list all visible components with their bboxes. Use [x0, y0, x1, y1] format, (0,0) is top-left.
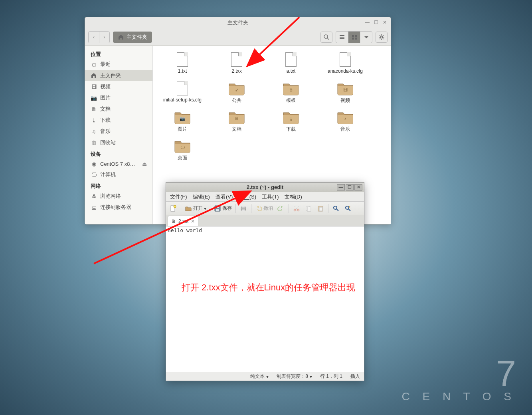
network-icon: 🖧 — [91, 193, 97, 199]
svg-point-2 — [381, 36, 383, 38]
view-grid-button[interactable] — [348, 32, 360, 43]
svg-point-12 — [174, 205, 176, 208]
file-item[interactable]: initial-setup-ks.cfg — [155, 79, 210, 107]
status-plaintext[interactable]: 纯文本▾ — [250, 373, 269, 380]
view-list-button[interactable] — [336, 32, 348, 43]
sidebar-item-recent[interactable]: ◷最近 — [85, 59, 152, 70]
folder-icon: ♪ — [336, 109, 354, 125]
file-manager-titlebar[interactable]: 主文件夹 — ☐ ✕ — [85, 17, 391, 28]
printer-icon — [240, 205, 247, 212]
search-button[interactable] — [320, 32, 332, 43]
svg-text:🗎: 🗎 — [289, 87, 293, 92]
cut-button[interactable] — [291, 203, 302, 214]
save-button[interactable]: 保存 — [212, 203, 233, 214]
file-label: 文档 — [232, 126, 241, 133]
file-item[interactable]: a.txt — [264, 50, 318, 79]
svg-text:⭳: ⭳ — [289, 116, 293, 121]
menu-file[interactable]: 文件(F) — [168, 193, 190, 201]
clock-icon: ◷ — [91, 61, 97, 68]
close-button[interactable]: ✕ — [354, 184, 362, 191]
svg-text:♪: ♪ — [344, 116, 346, 121]
sidebar-item-downloads[interactable]: ⭳下载 — [85, 115, 152, 126]
file-manager-toolbar: ‹ › 主文件夹 — [85, 28, 391, 46]
file-label: 下载 — [286, 126, 296, 133]
close-button[interactable]: ✕ — [382, 20, 388, 25]
sidebar-item-cd[interactable]: ◉CentOS 7 x8…⏏ — [85, 159, 152, 169]
sidebar-header-places: 位置 — [85, 48, 152, 59]
brand-text: C E N T O S — [401, 390, 516, 403]
sidebar-item-browse[interactable]: 🖧浏览网络 — [85, 191, 152, 202]
file-item[interactable]: 1.txt — [155, 50, 210, 79]
redo-button[interactable] — [275, 203, 287, 214]
new-file-icon — [170, 205, 177, 212]
sidebar-item-music[interactable]: ♫音乐 — [85, 126, 152, 137]
editor-content: hello world — [168, 227, 202, 233]
nav-forward-button[interactable]: › — [99, 32, 109, 43]
new-button[interactable] — [168, 203, 179, 214]
svg-line-28 — [348, 209, 350, 211]
undo-button[interactable]: 撤消 — [253, 203, 275, 214]
menu-view[interactable]: 查看(V) — [213, 193, 235, 201]
svg-rect-14 — [216, 209, 219, 211]
document-icon: 🗎 — [171, 218, 176, 224]
sidebar-item-home[interactable]: 主文件夹 — [85, 70, 152, 81]
view-dropdown-button[interactable] — [360, 32, 372, 43]
chevron-down-icon: ▾ — [266, 374, 269, 379]
file-label: a.txt — [287, 68, 296, 74]
sidebar-header-network: 网络 — [85, 180, 152, 191]
gedit-tab[interactable]: 🗎 2.txx ✕ — [168, 216, 198, 226]
folder-item[interactable]: 🗎 模板 — [264, 79, 318, 107]
file-item[interactable]: 2.txx — [210, 50, 264, 79]
maximize-button[interactable]: ☐ — [373, 20, 379, 25]
trash-icon: 🗑 — [91, 139, 97, 146]
file-item[interactable]: anaconda-ks.cfg — [318, 50, 372, 79]
nav-back-button[interactable]: ‹ — [89, 32, 99, 43]
paste-button[interactable] — [315, 203, 326, 214]
folder-item[interactable]: 📷 图片 — [155, 107, 210, 136]
svg-text:⤢: ⤢ — [235, 87, 239, 92]
menu-edit[interactable]: 编辑(E) — [190, 193, 212, 201]
folder-item[interactable]: 🎞 视频 — [318, 79, 372, 107]
redo-icon — [277, 205, 285, 212]
music-icon: ♫ — [91, 128, 97, 135]
gedit-editor[interactable]: hello world — [166, 226, 364, 372]
maximize-button[interactable]: ☐ — [346, 184, 354, 191]
folder-item[interactable]: ⤢ 公共 — [210, 79, 264, 107]
file-label: 公共 — [232, 97, 241, 104]
find-button[interactable] — [330, 203, 342, 214]
svg-point-25 — [334, 206, 337, 209]
path-home-button[interactable]: 主文件夹 — [113, 32, 152, 43]
print-button[interactable] — [238, 203, 249, 214]
file-icon — [227, 52, 246, 68]
sidebar-item-computer[interactable]: 🖵计算机 — [85, 169, 152, 180]
svg-point-27 — [346, 206, 349, 209]
status-tabwidth[interactable]: 制表符宽度：8▾ — [277, 373, 312, 380]
folder-item[interactable]: ⭳ 下载 — [264, 107, 318, 136]
folder-item[interactable]: 🗎 文档 — [210, 107, 264, 136]
menu-search[interactable]: 搜__(S) — [236, 193, 259, 201]
gedit-titlebar[interactable]: 2.txx (~) - gedit — ☐ ✕ — [166, 183, 364, 192]
sidebar-item-pictures[interactable]: 📷图片 — [85, 92, 152, 103]
minimize-button[interactable]: — — [337, 184, 345, 191]
sidebar-item-trash[interactable]: 🗑回收站 — [85, 137, 152, 148]
folder-icon: ⭳ — [282, 109, 300, 125]
minimize-button[interactable]: — — [364, 20, 370, 25]
sidebar-item-documents[interactable]: 🗎文档 — [85, 103, 152, 115]
menu-tools[interactable]: 工具(T) — [259, 193, 281, 201]
sidebar-item-connect[interactable]: 🖴连接到服务器 — [85, 202, 152, 213]
find-replace-button[interactable] — [342, 203, 354, 214]
svg-text:🗎: 🗎 — [235, 116, 239, 121]
menu-docs[interactable]: 文档(D) — [282, 193, 305, 201]
settings-button[interactable] — [376, 32, 388, 43]
eject-icon[interactable]: ⏏ — [142, 161, 147, 167]
chevron-down-icon: ▾ — [310, 374, 312, 379]
open-button[interactable]: 打开▾ — [183, 203, 208, 214]
tab-close-button[interactable]: ✕ — [191, 218, 195, 224]
folder-item[interactable]: ♪ 音乐 — [318, 107, 372, 136]
folder-item[interactable]: 🖵 桌面 — [155, 136, 210, 165]
document-icon: 🗎 — [91, 106, 97, 112]
window-title: 主文件夹 — [227, 19, 248, 26]
file-icon — [282, 52, 300, 68]
copy-button[interactable] — [303, 203, 314, 214]
sidebar-item-videos[interactable]: 🎞视频 — [85, 81, 152, 92]
